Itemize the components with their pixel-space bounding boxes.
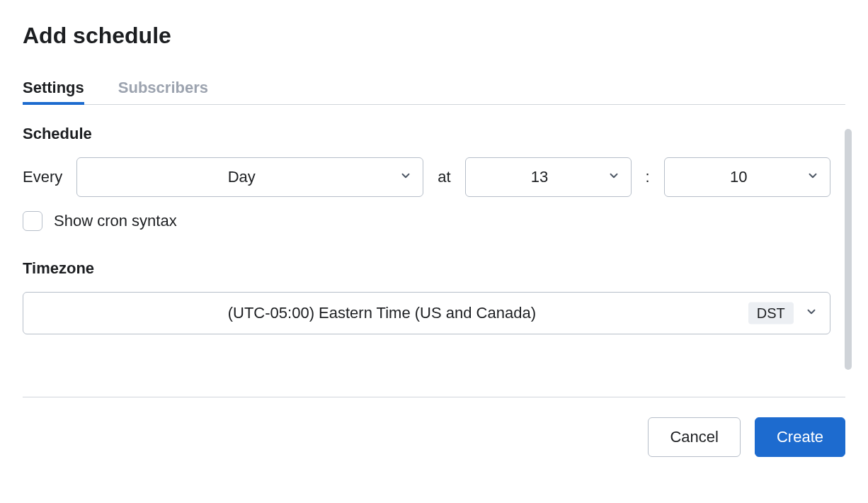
time-colon: :: [646, 168, 650, 186]
timezone-select[interactable]: (UTC-05:00) Eastern Time (US and Canada): [23, 292, 830, 334]
scrollbar[interactable]: [842, 129, 852, 377]
dst-badge: DST: [748, 303, 794, 324]
timezone-select-wrap: (UTC-05:00) Eastern Time (US and Canada)…: [23, 292, 830, 334]
scrollbar-thumb[interactable]: [845, 129, 852, 370]
timezone-section-label: Timezone: [23, 259, 830, 278]
create-button[interactable]: Create: [755, 417, 845, 457]
footer-actions: Cancel Create: [23, 417, 845, 457]
every-label: Every: [23, 168, 62, 186]
tab-settings[interactable]: Settings: [23, 72, 84, 104]
minute-select[interactable]: 10: [664, 157, 830, 197]
footer-separator: [23, 397, 845, 397]
settings-panel: Schedule Every Day at 13 : 10: [23, 125, 842, 377]
tab-subscribers[interactable]: Subscribers: [118, 72, 208, 104]
at-label: at: [438, 168, 450, 186]
period-select[interactable]: Day: [76, 157, 423, 197]
cancel-button[interactable]: Cancel: [648, 417, 740, 457]
minute-select-wrap: 10: [664, 157, 830, 197]
page-title: Add schedule: [23, 23, 845, 49]
hour-select-wrap: 13: [465, 157, 632, 197]
schedule-section-label: Schedule: [23, 125, 830, 143]
tabs-bar: Settings Subscribers: [23, 72, 845, 105]
schedule-row: Every Day at 13 : 10: [23, 157, 830, 197]
period-select-wrap: Day: [76, 157, 423, 197]
show-cron-checkbox[interactable]: [23, 211, 42, 231]
show-cron-label: Show cron syntax: [54, 212, 177, 230]
cron-checkbox-row: Show cron syntax: [23, 211, 830, 231]
hour-select[interactable]: 13: [465, 157, 632, 197]
